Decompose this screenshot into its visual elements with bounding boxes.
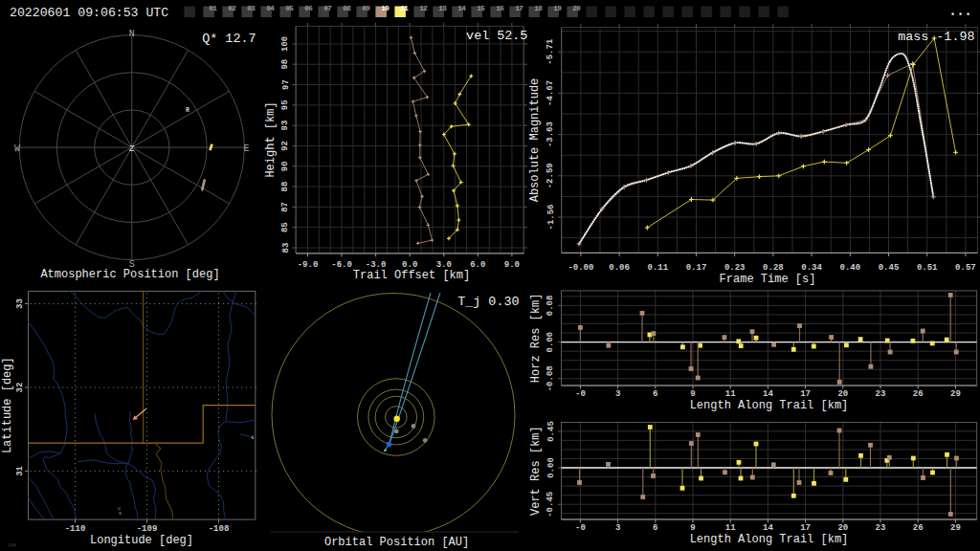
svg-text:-9.0: -9.0 (298, 260, 319, 270)
svg-text:Longitude [deg]: Longitude [deg] (90, 534, 193, 547)
svg-text:0.11: 0.11 (647, 263, 668, 273)
svg-text:-5.71: -5.71 (546, 38, 556, 65)
svg-text:29: 29 (950, 389, 961, 399)
svg-text:17: 17 (800, 523, 811, 533)
svg-text:-109: -109 (137, 524, 158, 534)
svg-text:08: 08 (343, 5, 351, 12)
svg-text:-2.59: -2.59 (546, 163, 556, 188)
svg-text:90: 90 (281, 161, 291, 171)
svg-text:-0.00: -0.00 (568, 263, 593, 273)
svg-text:Z: Z (129, 143, 135, 154)
svg-text:02: 02 (228, 5, 236, 12)
svg-text:0.17: 0.17 (686, 263, 707, 273)
svg-text:Length Along Trail [km]: Length Along Trail [km] (690, 399, 849, 412)
svg-text:vel 52.5: vel 52.5 (466, 29, 527, 43)
svg-text:11: 11 (725, 389, 736, 399)
svg-text:-4.67: -4.67 (546, 80, 556, 106)
svg-text:-6.0: -6.0 (331, 260, 352, 270)
svg-text:07: 07 (323, 5, 332, 12)
svg-text:26: 26 (913, 389, 924, 399)
svg-text:mass -1.98: mass -1.98 (898, 30, 974, 44)
svg-text:0.23: 0.23 (724, 263, 746, 273)
svg-text:16: 16 (496, 5, 504, 12)
svg-text:13: 13 (438, 5, 447, 12)
svg-text:83: 83 (281, 243, 291, 253)
svg-text:-1.56: -1.56 (546, 204, 556, 230)
svg-text:W: W (14, 143, 20, 154)
svg-text:04: 04 (266, 5, 275, 12)
svg-text:0.34: 0.34 (801, 263, 822, 273)
svg-text:-3.63: -3.63 (546, 121, 556, 147)
svg-text:15: 15 (477, 5, 485, 12)
svg-text:01: 01 (209, 5, 217, 12)
svg-text:88: 88 (281, 182, 291, 192)
svg-text:98: 98 (281, 59, 291, 70)
svg-text:95: 95 (281, 99, 291, 110)
svg-text:0.00: 0.00 (546, 332, 556, 353)
svg-text:N: N (129, 29, 135, 39)
svg-text:11: 11 (400, 5, 409, 12)
svg-text:93: 93 (281, 121, 291, 131)
svg-text:0.57: 0.57 (955, 263, 976, 273)
svg-text:Orbital Position [AU]: Orbital Position [AU] (324, 536, 469, 549)
svg-text:20: 20 (837, 389, 848, 399)
svg-text:3: 3 (615, 523, 620, 533)
svg-text:Frame Time [s]: Frame Time [s] (720, 273, 816, 286)
svg-text:92: 92 (281, 141, 291, 151)
svg-text:0.28: 0.28 (763, 263, 784, 273)
svg-text:0.51: 0.51 (917, 263, 938, 273)
svg-text:87: 87 (281, 202, 291, 212)
svg-text:05: 05 (285, 5, 294, 12)
svg-text:29: 29 (950, 523, 961, 533)
svg-text:9.0: 9.0 (504, 260, 520, 270)
svg-text:20220601 09:06:53 UTC: 20220601 09:06:53 UTC (10, 6, 168, 20)
svg-text:Q* 12.7: Q* 12.7 (202, 32, 256, 46)
svg-text:Horz Res [km]: Horz Res [km] (530, 294, 544, 384)
svg-text:-110: -110 (65, 524, 86, 534)
svg-text:19: 19 (553, 5, 562, 12)
svg-text:14: 14 (457, 5, 466, 12)
svg-text:33: 33 (15, 298, 25, 309)
svg-text:11: 11 (725, 523, 736, 533)
svg-text:06: 06 (304, 5, 313, 12)
svg-text:pgw: pgw (8, 542, 16, 548)
svg-text:0.45: 0.45 (546, 421, 556, 442)
svg-text:Atmospheric Position [deg]: Atmospheric Position [deg] (40, 268, 219, 281)
svg-text:18: 18 (534, 5, 543, 12)
svg-text:-0.45: -0.45 (546, 492, 556, 518)
svg-text:14: 14 (763, 389, 773, 399)
svg-text:23: 23 (876, 523, 886, 533)
svg-text:0.45: 0.45 (879, 263, 900, 273)
svg-text:100: 100 (281, 36, 291, 52)
svg-text:20: 20 (572, 5, 581, 12)
svg-text:12: 12 (419, 5, 428, 12)
svg-text:6.0: 6.0 (470, 260, 485, 270)
svg-text:0.06: 0.06 (609, 263, 630, 273)
svg-text:-108: -108 (209, 524, 230, 534)
svg-text:Trail Offset [km]: Trail Offset [km] (353, 269, 470, 282)
svg-text:3: 3 (615, 389, 620, 399)
svg-text:Vert Res [km]: Vert Res [km] (530, 426, 544, 516)
svg-text:17: 17 (800, 389, 811, 399)
svg-text:14: 14 (763, 523, 773, 533)
svg-text:10: 10 (381, 5, 390, 12)
svg-text:03: 03 (247, 5, 256, 12)
svg-text:20: 20 (837, 523, 848, 533)
svg-text:9: 9 (690, 389, 695, 399)
svg-text:R: R (186, 107, 189, 114)
svg-text:-0.08: -0.08 (546, 365, 556, 391)
svg-text:Latitude [deg]: Latitude [deg] (2, 357, 15, 453)
svg-text:17: 17 (515, 5, 523, 12)
svg-text:6: 6 (653, 523, 657, 533)
svg-text:23: 23 (876, 389, 886, 399)
svg-text:T_j 0.30: T_j 0.30 (457, 295, 519, 309)
svg-text:Length Along Trail [km]: Length Along Trail [km] (690, 533, 849, 546)
svg-text:-0: -0 (575, 389, 586, 399)
svg-text:0.08: 0.08 (546, 296, 556, 317)
svg-text:‹: ‹ (250, 433, 255, 443)
svg-text:32: 32 (15, 383, 25, 393)
svg-text:26: 26 (913, 523, 924, 533)
svg-text:E: E (243, 143, 249, 154)
svg-text:6: 6 (653, 389, 657, 399)
svg-text:9: 9 (690, 523, 695, 533)
